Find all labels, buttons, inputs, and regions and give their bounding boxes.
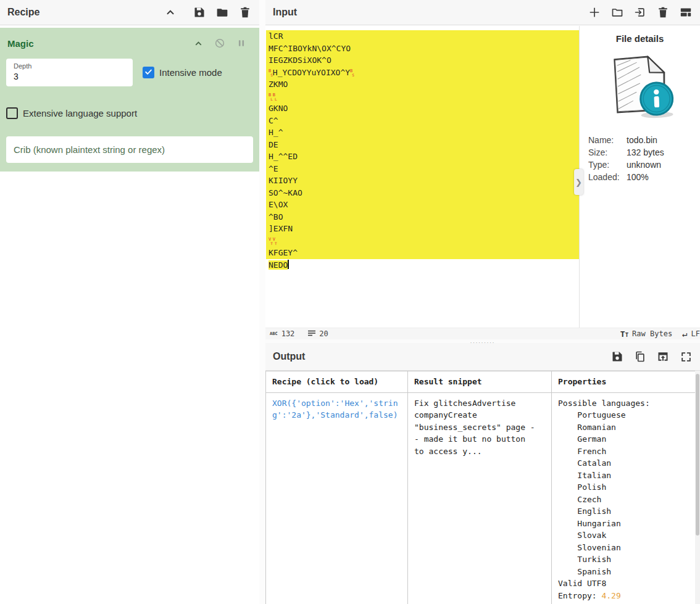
control-char-vt: VT <box>269 239 273 244</box>
control-char-bs: BS <box>350 71 354 75</box>
magic-operation-title: Magic <box>7 38 34 49</box>
intensive-mode-checkbox[interactable] <box>143 67 154 78</box>
line-count: 20 <box>308 329 328 338</box>
input-header: Input <box>265 0 700 25</box>
control-char-bel: BL <box>273 95 277 99</box>
column-header-recipe: Recipe (click to load) <box>266 371 408 393</box>
save-recipe-button[interactable] <box>193 6 206 19</box>
recipe-title: Recipe <box>7 7 40 18</box>
file-type-row: Type: unknown <box>588 159 691 171</box>
file-icon <box>588 51 691 124</box>
input-line: ZKMO <box>266 78 579 91</box>
extensive-language-checkbox[interactable] <box>6 107 18 119</box>
input-text[interactable]: lCRMFC^IBOYkN\OX^CYOIEGZKDSiXOK^OBSH_YCD… <box>265 26 579 328</box>
eol-selector[interactable]: ↵ LF <box>682 329 700 339</box>
magic-results-table: Recipe (click to load) Result snippet Pr… <box>265 371 696 604</box>
input-line: NEDO <box>266 259 579 271</box>
input-line: KFGEY^ <box>266 247 579 259</box>
clear-recipe-button[interactable] <box>238 6 252 19</box>
control-char-bs: BS <box>269 71 273 75</box>
char-count: ABC 132 <box>270 329 294 338</box>
io-pane: Input <box>265 0 700 604</box>
copy-output-button[interactable] <box>633 350 647 363</box>
folder-icon <box>216 6 228 19</box>
crib-placeholder: Crib (known plaintext string or regex) <box>14 144 165 155</box>
file-details-panel: File details <box>579 26 700 328</box>
open-in-browser-icon <box>657 350 669 363</box>
fullscreen-icon <box>680 351 692 363</box>
control-char-vt: VT <box>273 239 277 244</box>
disable-operation-button[interactable] <box>213 36 227 50</box>
layout-icon <box>680 7 692 18</box>
chevron-right-icon: ❯ <box>575 178 582 187</box>
open-file-input-button[interactable] <box>633 6 647 19</box>
collapse-recipe-button[interactable] <box>164 6 177 19</box>
input-line: IEGZKDSiXOK^O <box>266 54 579 67</box>
output-scrollbar-thumb[interactable] <box>696 374 699 536</box>
character-encoding-selector[interactable]: TT Raw Bytes <box>620 329 672 339</box>
pause-icon <box>237 39 246 48</box>
lines-icon <box>308 329 315 338</box>
input-line: VTVT <box>266 235 579 247</box>
trash-icon <box>657 6 669 19</box>
trash-icon <box>240 6 251 19</box>
maximise-output-button[interactable] <box>679 350 693 363</box>
input-line: GKNO <box>266 102 579 115</box>
control-char-bel: BL <box>269 95 273 99</box>
save-icon <box>193 6 206 19</box>
save-icon <box>611 350 623 363</box>
table-row: XOR({'option':'Hex','strin g':'2a'},'Sta… <box>266 392 696 604</box>
input-line: MFC^IBOYkN\OX^CYO <box>266 43 579 55</box>
input-line: H_^ <box>266 126 579 139</box>
file-details-title: File details <box>588 33 691 44</box>
input-line: KIIOYY <box>266 175 579 187</box>
disable-icon <box>214 38 225 49</box>
depth-field[interactable]: Depth 3 <box>6 59 133 86</box>
file-loaded-row: Loaded: 100% <box>588 171 691 183</box>
toggle-args-button[interactable] <box>191 36 205 50</box>
output-scrollbar[interactable] <box>695 371 700 604</box>
column-header-snippet: Result snippet <box>408 371 552 393</box>
drag-dots: ......... <box>470 341 496 342</box>
load-recipe-button[interactable] <box>215 6 229 19</box>
folder-open-icon <box>611 6 623 19</box>
reset-layout-button[interactable] <box>679 6 693 19</box>
crib-input[interactable]: Crib (known plaintext string or regex) <box>6 136 253 163</box>
abc-icon: ABC <box>270 331 278 336</box>
intensive-mode-label: Intensive mode <box>159 67 222 78</box>
depth-field-value[interactable]: 3 <box>14 72 125 81</box>
recipe-load-link[interactable]: XOR({'option':'Hex','strin g':'2a'},'Sta… <box>272 399 398 420</box>
input-line: BSH_YCDOYYuYOIXO^YBS <box>266 67 579 79</box>
chevron-up-icon <box>194 39 203 48</box>
copy-icon <box>634 350 646 363</box>
entropy-value: 4.29 <box>601 591 620 600</box>
cyberchef-app: Recipe <box>0 0 700 604</box>
input-line: DE <box>266 139 579 151</box>
save-output-button[interactable] <box>610 350 624 363</box>
extensive-language-checkbox-row[interactable]: Extensive language support <box>6 107 253 119</box>
text-cursor <box>288 260 289 269</box>
magic-operation[interactable]: Magic <box>0 28 259 172</box>
intensive-mode-checkbox-row[interactable]: Intensive mode <box>143 67 222 78</box>
input-line: ^BO <box>266 211 579 223</box>
result-snippet: Fix glitchesAdvertise companyCreate "bus… <box>414 399 535 456</box>
chevron-up-icon <box>165 7 176 18</box>
collapse-file-details-handle[interactable]: ❯ <box>574 169 583 195</box>
check-icon <box>144 67 152 78</box>
input-line: ^E <box>266 163 579 175</box>
file-size-row: Size: 132 bytes <box>588 146 691 159</box>
input-line: E\OX <box>266 199 579 211</box>
breakpoint-pause-button[interactable] <box>235 36 248 50</box>
input-line: lCR <box>266 30 579 43</box>
input-arrow-icon <box>634 6 646 19</box>
return-icon: ↵ <box>682 329 687 339</box>
column-header-properties: Properties <box>552 371 696 393</box>
input-line: BLBL <box>266 91 579 103</box>
depth-field-label: Depth <box>14 62 125 70</box>
output-area: Recipe (click to load) Result snippet Pr… <box>265 371 700 604</box>
open-output-new-window-button[interactable] <box>656 350 670 363</box>
clear-io-button[interactable] <box>656 6 670 19</box>
add-input-tab-button[interactable] <box>588 6 601 19</box>
pane-splitter-vertical[interactable] <box>259 0 265 604</box>
open-folder-input-button[interactable] <box>610 6 624 19</box>
